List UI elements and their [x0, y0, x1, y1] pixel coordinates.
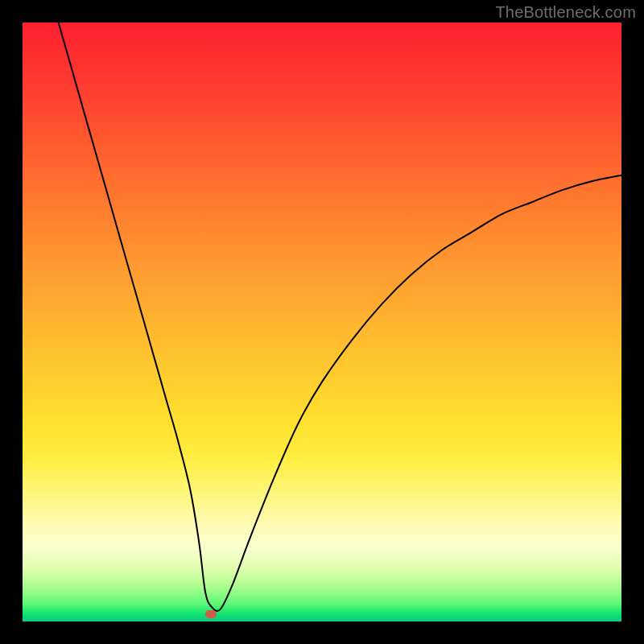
min-marker — [205, 610, 217, 618]
chart-frame: TheBottleneck.com — [0, 0, 644, 644]
bottleneck-curve — [23, 23, 621, 621]
attribution-label: TheBottleneck.com — [495, 3, 636, 22]
